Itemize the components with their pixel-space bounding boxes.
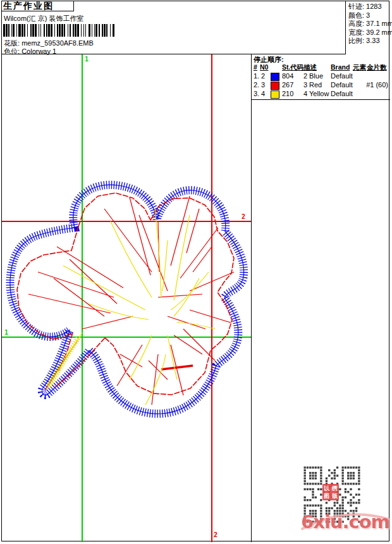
watermark-site-text: 6xiu.com xyxy=(301,511,389,533)
table-cell-seq: 2. xyxy=(254,81,261,89)
table-cell-brand: Default xyxy=(331,72,361,80)
start-marker-left: 1 xyxy=(4,329,8,336)
table-cell-code: 4 xyxy=(291,90,307,97)
column-header: 描述 xyxy=(303,63,317,72)
table-cell-sequins: #1 (60) xyxy=(352,81,388,89)
red-outline-run xyxy=(17,193,234,395)
yellow-vein-runs xyxy=(63,209,215,405)
company-name: Wilcom(汇 京) 装饰工作室 xyxy=(4,14,84,23)
table-cell-code: 2 xyxy=(291,72,307,80)
stop-sequence-table: 停止顺序: #N0St.代码描述Brand元素金片数1.28042BlueDef… xyxy=(252,54,390,100)
header-section: 生产作业图 Wilcom(汇 京) 装饰工作室 花版: memz_59530AF… xyxy=(2,1,346,54)
column-header: 元素 xyxy=(353,63,366,72)
end-marker-bottom: 2 xyxy=(214,531,217,538)
embroidery-design-svg: 1 1 2 2 xyxy=(2,54,251,542)
seal-character: 以 xyxy=(322,485,331,492)
column-header: # xyxy=(254,63,257,71)
seal-character: 版 xyxy=(331,492,339,500)
red-seal-stamp: 以绣图版 xyxy=(322,484,339,500)
thread-color-swatch xyxy=(271,73,279,81)
seal-character: 图 xyxy=(322,492,331,500)
stat-row: 高度: 37.1 mm xyxy=(348,20,390,28)
column-header: 代码 xyxy=(290,63,303,72)
pattern-value: memz_59530AF8.EMB xyxy=(21,39,94,47)
start-marker-top: 1 xyxy=(85,56,89,63)
satin-border-hatch xyxy=(10,185,244,414)
stat-row: 颜色: 3 xyxy=(348,11,390,20)
production-worksheet: 生产作业图 Wilcom(汇 京) 装饰工作室 花版: memz_59530AF… xyxy=(0,0,392,544)
stop-sequence-title: 停止顺序: xyxy=(254,55,284,65)
stat-row: 针迹: 1283 xyxy=(348,3,390,11)
pattern-label: 花版: xyxy=(4,39,20,47)
table-cell-needle: 4 xyxy=(261,90,269,97)
column-header: 金片数 xyxy=(367,63,387,72)
table-cell-seq: 3. xyxy=(254,90,261,97)
design-area: 1 1 2 2 xyxy=(2,54,251,542)
column-header: N0 xyxy=(260,63,268,71)
stat-row: 宽度: 39.2 mm xyxy=(348,28,390,37)
table-cell-needle: 2 xyxy=(261,72,269,80)
table-cell-brand: Default xyxy=(331,90,361,97)
table-cell-seq: 1. xyxy=(254,72,261,80)
right-panel: 停止顺序: #N0St.代码描述Brand元素金片数1.28042BlueDef… xyxy=(251,54,390,542)
page-title: 生产作业图 xyxy=(2,1,74,11)
seal-character: 绣 xyxy=(331,485,339,492)
column-header: St. xyxy=(282,63,290,71)
stats-panel: 针迹: 1283颜色: 3高度: 37.1 mm宽度: 39.2 mm比例: 3… xyxy=(348,3,390,46)
stat-row: 比例: 3.33 xyxy=(348,37,390,46)
table-cell-needle: 3 xyxy=(261,81,269,89)
thread-color-swatch xyxy=(271,82,279,90)
table-cell-code: 3 xyxy=(291,81,307,89)
column-header: Brand xyxy=(331,63,350,71)
watermark: 6xiu.com xyxy=(300,506,392,535)
thread-color-swatch xyxy=(271,90,279,99)
end-marker-right: 2 xyxy=(242,213,245,220)
barcode xyxy=(3,24,128,37)
